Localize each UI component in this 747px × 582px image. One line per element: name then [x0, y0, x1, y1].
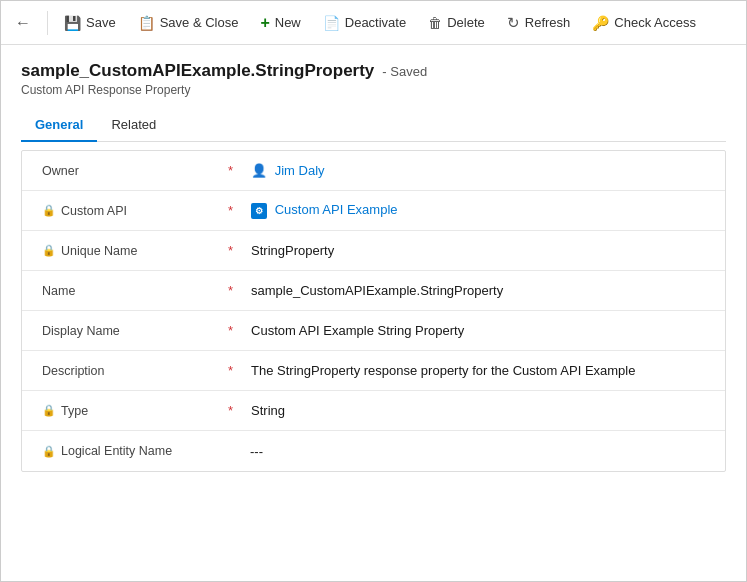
table-row: Description * The StringProperty respons… — [22, 351, 725, 391]
owner-label-text: Owner — [42, 164, 79, 178]
table-row: 🔒 Type * String — [22, 391, 725, 431]
unique-name-label-text: Unique Name — [61, 244, 137, 258]
deactivate-button[interactable]: 📄 Deactivate — [313, 10, 416, 36]
required-star-logical-entity-name — [222, 444, 238, 459]
type-label-text: Type — [61, 404, 88, 418]
owner-value: Jim Daly — [275, 163, 325, 178]
form-section: Owner * 👤 Jim Daly 🔒 Custom API * ⚙ Cust… — [21, 150, 726, 472]
field-value-description: The StringProperty response property for… — [239, 355, 725, 386]
tab-general[interactable]: General — [21, 109, 97, 142]
save-icon: 💾 — [64, 15, 81, 31]
toolbar: ← 💾 Save 📋 Save & Close + New 📄 Deactiva… — [1, 1, 746, 45]
table-row: Owner * 👤 Jim Daly — [22, 151, 725, 191]
record-title: sample_CustomAPIExample.StringProperty — [21, 61, 374, 81]
save-button[interactable]: 💾 Save — [54, 10, 126, 36]
tab-related[interactable]: Related — [97, 109, 170, 142]
table-row: 🔒 Custom API * ⚙ Custom API Example — [22, 191, 725, 231]
field-label-name: Name — [22, 276, 222, 306]
required-star-custom-api: * — [222, 203, 239, 218]
required-star-name: * — [222, 283, 239, 298]
deactivate-icon: 📄 — [323, 15, 340, 31]
back-button[interactable]: ← — [9, 9, 37, 37]
delete-button[interactable]: 🗑 Delete — [418, 10, 495, 36]
refresh-button[interactable]: ↻ Refresh — [497, 9, 581, 37]
api-icon: ⚙ — [251, 202, 271, 217]
record-subtitle: Custom API Response Property — [21, 83, 726, 97]
description-label-text: Description — [42, 364, 105, 378]
user-icon: 👤 — [251, 163, 267, 178]
field-label-unique-name: 🔒 Unique Name — [22, 236, 222, 266]
lock-icon-logical-entity-name: 🔒 — [42, 445, 56, 458]
saved-badge: - Saved — [382, 64, 427, 79]
deactivate-label: Deactivate — [345, 15, 406, 30]
name-label-text: Name — [42, 284, 75, 298]
refresh-label: Refresh — [525, 15, 571, 30]
field-value-custom-api[interactable]: ⚙ Custom API Example — [239, 194, 725, 227]
display-name-value: Custom API Example String Property — [251, 323, 464, 338]
custom-api-label-text: Custom API — [61, 204, 127, 218]
check-access-button[interactable]: 🔑 Check Access — [582, 10, 706, 36]
field-label-logical-entity-name: 🔒 Logical Entity Name — [22, 436, 222, 466]
delete-label: Delete — [447, 15, 485, 30]
name-value: sample_CustomAPIExample.StringProperty — [251, 283, 503, 298]
field-label-display-name: Display Name — [22, 316, 222, 346]
save-close-icon: 📋 — [138, 15, 155, 31]
logical-entity-name-label-text: Logical Entity Name — [61, 444, 172, 458]
field-value-logical-entity-name: --- — [238, 436, 725, 467]
new-button[interactable]: + New — [250, 9, 310, 37]
table-row: 🔒 Unique Name * StringProperty — [22, 231, 725, 271]
tabs-bar: General Related — [21, 109, 726, 142]
field-label-custom-api: 🔒 Custom API — [22, 196, 222, 226]
save-label: Save — [86, 15, 116, 30]
field-label-description: Description — [22, 356, 222, 386]
description-value: The StringProperty response property for… — [251, 363, 635, 378]
required-star-owner: * — [222, 163, 239, 178]
required-star-description: * — [222, 363, 239, 378]
field-label-owner: Owner — [22, 156, 222, 186]
new-icon: + — [260, 14, 269, 32]
logical-entity-name-value: --- — [250, 444, 263, 459]
check-access-icon: 🔑 — [592, 15, 609, 31]
custom-api-value: Custom API Example — [275, 202, 398, 217]
refresh-icon: ↻ — [507, 14, 520, 32]
field-value-display-name: Custom API Example String Property — [239, 315, 725, 346]
check-access-label: Check Access — [614, 15, 696, 30]
required-star-display-name: * — [222, 323, 239, 338]
toolbar-divider-1 — [47, 11, 48, 35]
display-name-label-text: Display Name — [42, 324, 120, 338]
lock-icon-type: 🔒 — [42, 404, 56, 417]
lock-icon-custom-api: 🔒 — [42, 204, 56, 217]
table-row: Name * sample_CustomAPIExample.StringPro… — [22, 271, 725, 311]
save-close-label: Save & Close — [160, 15, 239, 30]
back-icon: ← — [15, 14, 31, 32]
delete-icon: 🗑 — [428, 15, 442, 31]
record-title-row: sample_CustomAPIExample.StringProperty -… — [21, 61, 726, 81]
table-row: Display Name * Custom API Example String… — [22, 311, 725, 351]
lock-icon-unique-name: 🔒 — [42, 244, 56, 257]
field-value-owner[interactable]: 👤 Jim Daly — [239, 155, 725, 186]
field-value-type: String — [239, 395, 725, 426]
unique-name-value: StringProperty — [251, 243, 334, 258]
table-row: 🔒 Logical Entity Name --- — [22, 431, 725, 471]
required-star-unique-name: * — [222, 243, 239, 258]
required-star-type: * — [222, 403, 239, 418]
new-label: New — [275, 15, 301, 30]
field-value-unique-name: StringProperty — [239, 235, 725, 266]
field-value-name: sample_CustomAPIExample.StringProperty — [239, 275, 725, 306]
type-value: String — [251, 403, 285, 418]
save-close-button[interactable]: 📋 Save & Close — [128, 10, 249, 36]
content-area: sample_CustomAPIExample.StringProperty -… — [1, 45, 746, 472]
field-label-type: 🔒 Type — [22, 396, 222, 426]
